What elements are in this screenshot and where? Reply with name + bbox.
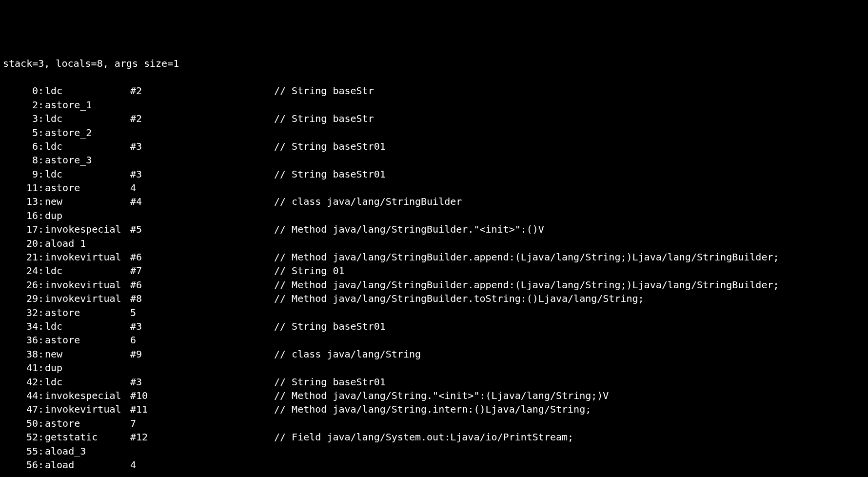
instruction-operand: [130, 98, 274, 112]
instruction-comment: // Method java/lang/StringBuilder."<init…: [274, 222, 544, 236]
instruction-comment: // class java/lang/StringBuilder: [274, 195, 462, 208]
bytecode-line: 50: astore7: [3, 417, 868, 430]
instruction-comment: // Method java/lang/StringBuilder.append…: [274, 278, 779, 292]
instruction-address: 32: [3, 306, 38, 319]
colon-separator: :: [38, 458, 45, 472]
instruction-operand: 4: [130, 181, 274, 195]
instruction-opcode: new: [45, 347, 130, 361]
bytecode-line: 13: new#4// class java/lang/StringBuilde…: [3, 195, 868, 208]
instruction-opcode: astore: [45, 181, 130, 195]
bytecode-header: stack=3, locals=8, args_size=1: [3, 57, 868, 70]
instruction-opcode: ldc: [45, 319, 130, 333]
instruction-address: 41: [3, 361, 38, 375]
instruction-address: 13: [3, 195, 38, 208]
instruction-opcode: invokevirtual: [45, 402, 130, 416]
instruction-comment: // Method java/lang/StringBuilder.toStri…: [274, 292, 644, 305]
instruction-operand: [130, 361, 274, 375]
colon-separator: :: [38, 306, 45, 319]
instruction-operand: [130, 126, 274, 139]
colon-separator: :: [38, 139, 45, 153]
bytecode-line: 11: astore4: [3, 181, 868, 195]
instruction-operand: 4: [130, 458, 274, 472]
colon-separator: :: [38, 98, 45, 112]
instruction-address: 20: [3, 237, 38, 250]
instruction-opcode: ldc: [45, 375, 130, 389]
instruction-operand: [130, 444, 274, 458]
colon-separator: :: [38, 181, 45, 195]
instruction-opcode: astore: [45, 417, 130, 430]
colon-separator: :: [38, 222, 45, 236]
instruction-opcode: invokevirtual: [45, 278, 130, 292]
instruction-comment: // Method java/lang/String."<init>":(Lja…: [274, 389, 609, 402]
colon-separator: :: [38, 333, 45, 347]
instruction-operand: #9: [130, 347, 274, 361]
instruction-operand: #11: [130, 402, 274, 416]
bytecode-line: 0: ldc#2// String baseStr: [3, 84, 868, 98]
instruction-opcode: astore: [45, 333, 130, 347]
bytecode-line: 36: astore6: [3, 333, 868, 347]
instruction-operand: #7: [130, 264, 274, 278]
instruction-address: 5: [3, 126, 38, 139]
instruction-address: 8: [3, 153, 38, 167]
bytecode-line: 16: dup: [3, 209, 868, 222]
instruction-address: 44: [3, 389, 38, 402]
colon-separator: :: [38, 84, 45, 98]
bytecode-line: 52: getstatic#12// Field java/lang/Syste…: [3, 430, 868, 444]
colon-separator: :: [38, 430, 45, 444]
instruction-address: 55: [3, 444, 38, 458]
instruction-address: 9: [3, 167, 38, 181]
instruction-operand: #8: [130, 292, 274, 305]
instruction-operand: #2: [130, 112, 274, 125]
bytecode-instructions: 0: ldc#2// String baseStr2: astore_13: l…: [3, 84, 868, 472]
bytecode-line: 44: invokespecial#10// Method java/lang/…: [3, 389, 868, 402]
bytecode-line: 2: astore_1: [3, 98, 868, 112]
instruction-address: 36: [3, 333, 38, 347]
instruction-operand: 7: [130, 417, 274, 430]
instruction-operand: #6: [130, 278, 274, 292]
bytecode-line: 41: dup: [3, 361, 868, 375]
colon-separator: :: [38, 402, 45, 416]
bytecode-line: 55: aload_3: [3, 444, 868, 458]
instruction-opcode: ldc: [45, 264, 130, 278]
instruction-opcode: astore_1: [45, 98, 130, 112]
instruction-operand: #4: [130, 195, 274, 208]
bytecode-line: 26: invokevirtual#6// Method java/lang/S…: [3, 278, 868, 292]
colon-separator: :: [38, 209, 45, 222]
instruction-address: 50: [3, 417, 38, 430]
instruction-opcode: astore: [45, 306, 130, 319]
bytecode-line: 20: aload_1: [3, 237, 868, 250]
bytecode-line: 9: ldc#3// String baseStr01: [3, 167, 868, 181]
instruction-comment: // Field java/lang/System.out:Ljava/io/P…: [274, 430, 573, 444]
instruction-address: 11: [3, 181, 38, 195]
instruction-comment: // String baseStr01: [274, 139, 386, 153]
colon-separator: :: [38, 250, 45, 264]
colon-separator: :: [38, 361, 45, 375]
instruction-opcode: aload: [45, 458, 130, 472]
bytecode-line: 56: aload4: [3, 458, 868, 472]
instruction-opcode: invokespecial: [45, 389, 130, 402]
instruction-opcode: dup: [45, 209, 130, 222]
bytecode-line: 21: invokevirtual#6// Method java/lang/S…: [3, 250, 868, 264]
colon-separator: :: [38, 237, 45, 250]
bytecode-line: 6: ldc#3// String baseStr01: [3, 139, 868, 153]
colon-separator: :: [38, 444, 45, 458]
bytecode-line: 34: ldc#3// String baseStr01: [3, 319, 868, 333]
instruction-opcode: invokevirtual: [45, 250, 130, 264]
instruction-comment: // Method java/lang/StringBuilder.append…: [274, 250, 779, 264]
instruction-operand: 6: [130, 333, 274, 347]
bytecode-line: 5: astore_2: [3, 126, 868, 139]
colon-separator: :: [38, 195, 45, 208]
instruction-opcode: astore_2: [45, 126, 130, 139]
instruction-address: 6: [3, 139, 38, 153]
colon-separator: :: [38, 278, 45, 292]
instruction-address: 52: [3, 430, 38, 444]
instruction-operand: [130, 237, 274, 250]
instruction-address: 16: [3, 209, 38, 222]
bytecode-line: 47: invokevirtual#11// Method java/lang/…: [3, 402, 868, 416]
colon-separator: :: [38, 417, 45, 430]
bytecode-line: 3: ldc#2// String baseStr: [3, 112, 868, 125]
instruction-opcode: invokevirtual: [45, 292, 130, 305]
instruction-opcode: ldc: [45, 167, 130, 181]
instruction-address: 21: [3, 250, 38, 264]
instruction-opcode: aload_1: [45, 237, 130, 250]
